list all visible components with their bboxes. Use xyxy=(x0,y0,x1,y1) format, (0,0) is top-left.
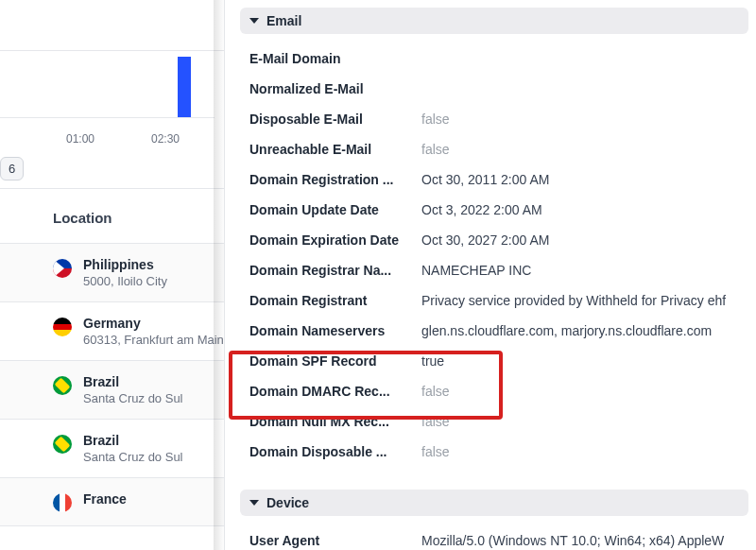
kv-value: Privacy service provided by Withheld for… xyxy=(421,293,726,308)
location-row[interactable]: Brazil Santa Cruz do Sul xyxy=(0,361,224,420)
location-country: Philippines xyxy=(83,257,167,272)
kv-row: E-Mail Domain xyxy=(240,43,748,74)
flag-icon xyxy=(53,493,72,512)
kv-row: Normalized E-Mail xyxy=(240,74,748,104)
location-row[interactable]: Brazil Santa Cruz do Sul xyxy=(0,420,224,478)
chart-divider xyxy=(0,50,224,51)
kv-label: Domain Registrant xyxy=(249,293,421,308)
kv-row: Domain Nameserversglen.ns.cloudflare.com… xyxy=(240,316,748,346)
location-row[interactable]: France xyxy=(0,478,224,526)
device-section-header[interactable]: Device xyxy=(240,490,748,516)
kv-label: Domain Registration ... xyxy=(249,172,421,187)
kv-label: Unreachable E-Mail xyxy=(249,142,421,157)
page-pill[interactable]: 6 xyxy=(0,157,24,180)
kv-label: Domain Disposable ... xyxy=(249,444,421,459)
kv-value: Oct 3, 2022 2:00 AM xyxy=(421,202,542,217)
kv-value: false xyxy=(421,112,450,127)
kv-value: false xyxy=(421,142,450,157)
kv-value: false xyxy=(421,384,450,399)
kv-value: false xyxy=(421,444,450,459)
location-country: Brazil xyxy=(83,433,183,448)
section-title: Email xyxy=(266,13,301,28)
kv-label: Normalized E-Mail xyxy=(249,81,421,96)
kv-row: Domain SPF Recordtrue xyxy=(240,346,748,376)
kv-label: Domain Expiration Date xyxy=(249,232,421,248)
kv-value: Oct 30, 2027 2:00 AM xyxy=(421,232,549,248)
location-detail: 60313, Frankfurt am Main xyxy=(83,333,224,347)
kv-row: Domain Disposable ...false xyxy=(240,437,748,467)
kv-label: Domain Nameservers xyxy=(249,323,421,338)
location-column-header: Location xyxy=(0,189,224,244)
location-detail: Santa Cruz do Sul xyxy=(83,450,183,464)
flag-icon xyxy=(53,318,72,336)
section-title: Device xyxy=(266,495,309,510)
kv-value: true xyxy=(421,353,444,369)
location-row[interactable]: Germany 60313, Frankfurt am Main xyxy=(0,302,224,361)
location-text: Philippines 5000, Iloilo City xyxy=(83,257,167,288)
kv-value: false xyxy=(421,414,450,429)
kv-row: Domain Update DateOct 3, 2022 2:00 AM xyxy=(240,195,748,225)
kv-value: glen.ns.cloudflare.com, marjory.ns.cloud… xyxy=(421,323,712,338)
kv-value: Mozilla/5.0 (Windows NT 10.0; Win64; x64… xyxy=(421,533,724,548)
kv-row: Domain DMARC Rec...false xyxy=(240,376,748,406)
kv-label: Domain Null MX Rec... xyxy=(249,414,421,429)
kv-row: Disposable E-Mailfalse xyxy=(240,104,748,134)
kv-row: User AgentMozilla/5.0 (Windows NT 10.0; … xyxy=(240,525,748,550)
email-kv-list: E-Mail Domain Normalized E-Mail Disposab… xyxy=(240,43,748,467)
location-detail: 5000, Iloilo City xyxy=(83,274,167,288)
kv-row: Domain Registrar Na...NAMECHEAP INC xyxy=(240,255,748,285)
kv-row: Domain RegistrantPrivacy service provide… xyxy=(240,285,748,316)
location-row[interactable]: Philippines 5000, Iloilo City xyxy=(0,244,224,302)
kv-label: User Agent xyxy=(249,533,421,548)
flag-icon xyxy=(53,259,72,278)
flag-icon xyxy=(53,435,72,454)
chart-axis xyxy=(0,117,215,118)
email-section-header[interactable]: Email xyxy=(240,8,748,34)
chart-bar xyxy=(178,57,191,117)
left-panel: 01:00 02:30 6 Location Philippines 5000,… xyxy=(0,0,225,550)
location-country: Brazil xyxy=(83,374,183,389)
kv-label: Disposable E-Mail xyxy=(249,112,421,127)
location-text: France xyxy=(83,491,127,508)
chart-area: 01:00 02:30 6 xyxy=(0,0,224,189)
kv-label: E-Mail Domain xyxy=(249,51,421,66)
device-kv-list: User AgentMozilla/5.0 (Windows NT 10.0; … xyxy=(240,525,748,550)
kv-label: Domain DMARC Rec... xyxy=(249,384,421,399)
location-detail: Santa Cruz do Sul xyxy=(83,391,183,405)
chart-tick: 02:30 xyxy=(151,132,180,146)
kv-value: Oct 30, 2011 2:00 AM xyxy=(421,172,549,187)
kv-row: Domain Expiration DateOct 30, 2027 2:00 … xyxy=(240,225,748,255)
chart-tick: 01:00 xyxy=(66,132,94,146)
kv-label: Domain Registrar Na... xyxy=(249,263,421,278)
location-text: Germany 60313, Frankfurt am Main xyxy=(83,316,224,347)
kv-row: Unreachable E-Mailfalse xyxy=(240,134,748,164)
kv-row: Domain Registration ...Oct 30, 2011 2:00… xyxy=(240,164,748,195)
chevron-down-icon xyxy=(249,18,259,24)
flag-icon xyxy=(53,376,72,395)
kv-row: Domain Null MX Rec...false xyxy=(240,406,748,437)
chevron-down-icon xyxy=(249,500,259,506)
location-text: Brazil Santa Cruz do Sul xyxy=(83,433,183,464)
location-text: Brazil Santa Cruz do Sul xyxy=(83,374,183,405)
location-country: France xyxy=(83,491,127,507)
location-country: Germany xyxy=(83,316,224,331)
kv-label: Domain SPF Record xyxy=(249,353,421,369)
kv-label: Domain Update Date xyxy=(249,202,421,217)
details-panel: Email E-Mail Domain Normalized E-Mail Di… xyxy=(225,0,756,550)
kv-value: NAMECHEAP INC xyxy=(421,263,531,278)
